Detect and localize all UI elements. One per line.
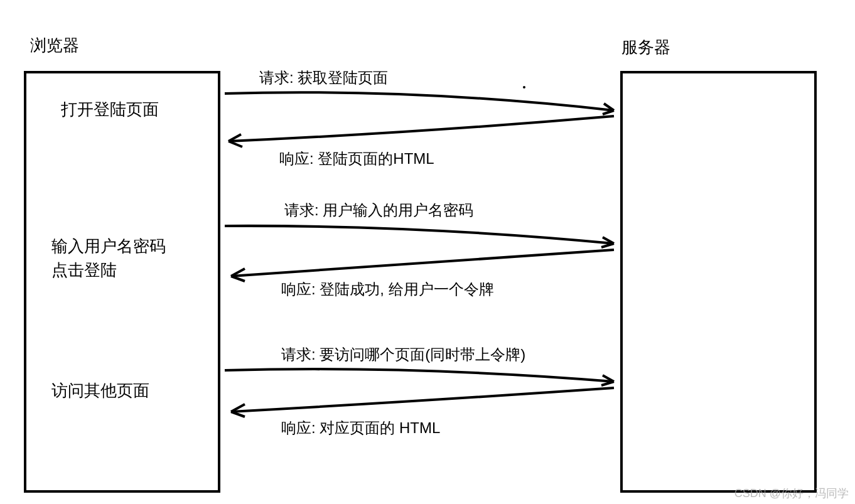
arrow-req-2 (225, 226, 614, 247)
browser-step-3: 访问其他页面 (51, 380, 149, 402)
server-box (620, 71, 817, 493)
watermark: CSDN @你好，冯同学 (734, 486, 849, 501)
browser-title: 浏览器 (30, 35, 79, 56)
label-req-3: 请求: 要访问哪个页面(同时带上令牌) (281, 345, 525, 365)
label-req-1: 请求: 获取登陆页面 (259, 68, 388, 88)
label-res-2: 响应: 登陆成功, 给用户一个令牌 (281, 279, 494, 299)
arrow-res-2 (231, 250, 614, 281)
arrow-res-1 (229, 116, 614, 147)
label-res-1: 响应: 登陆页面的HTML (279, 149, 434, 169)
server-title: 服务器 (621, 36, 670, 58)
browser-step-2-line1: 输入用户名密码 (51, 235, 166, 257)
browser-box: 打开登陆页面 输入用户名密码 点击登陆 访问其他页面 (24, 71, 220, 493)
arrow-req-1 (225, 92, 614, 114)
arrow-res-3 (231, 388, 614, 417)
arrow-req-3 (225, 369, 614, 385)
browser-step-2-line2: 点击登陆 (51, 259, 117, 281)
label-res-3: 响应: 对应页面的 HTML (281, 418, 440, 438)
browser-step-1: 打开登陆页面 (61, 99, 159, 121)
label-req-2: 请求: 用户输入的用户名密码 (284, 200, 473, 220)
stray-dot (523, 86, 525, 88)
